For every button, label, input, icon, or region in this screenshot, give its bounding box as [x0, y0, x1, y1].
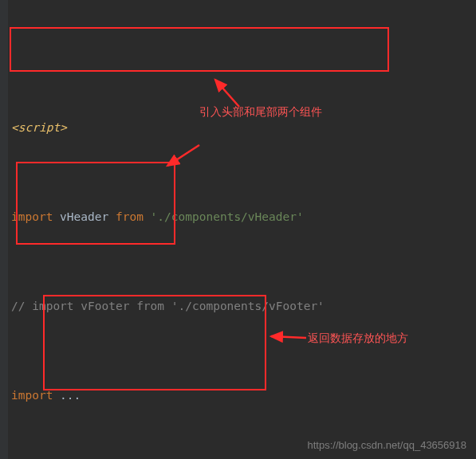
- code-line: // import vFooter from './components/vFo…: [8, 295, 476, 317]
- annotation-mid: 返回数据存放的地方: [308, 332, 408, 346]
- code-line: import ...: [8, 384, 476, 406]
- watermark: https://blog.csdn.net/qq_43656918: [308, 439, 467, 451]
- code-editor: <script> import vHeader from './componen…: [0, 0, 476, 459]
- annotation-top: 引入头部和尾部两个组件: [199, 105, 322, 120]
- code-line: <script>: [8, 116, 476, 139]
- code-line: import vHeader from './components/vHeade…: [8, 206, 476, 228]
- script-tag: <script>: [11, 121, 67, 134]
